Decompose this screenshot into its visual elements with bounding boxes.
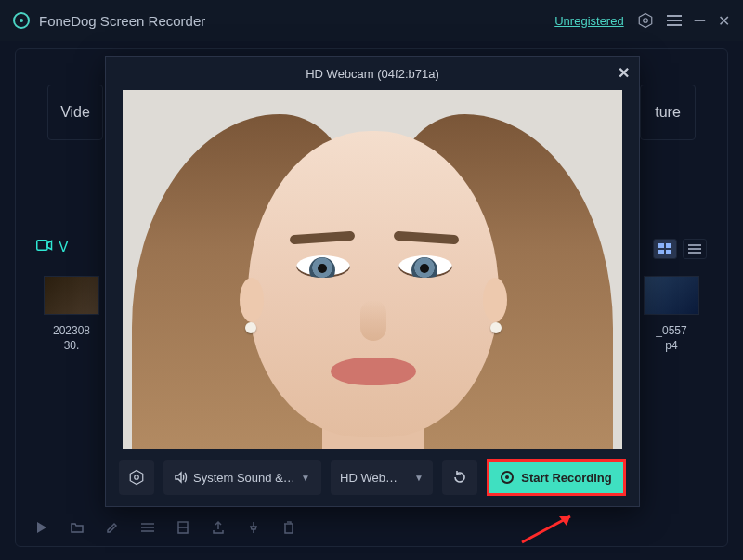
- convert-icon[interactable]: [176, 520, 190, 535]
- mode-chip-label: ture: [655, 104, 681, 121]
- title-right: Unregistered ─ ✕: [554, 12, 730, 30]
- menu-icon[interactable]: [667, 15, 682, 26]
- svg-marker-10: [37, 522, 46, 533]
- refresh-icon: [452, 470, 467, 485]
- app-title: FoneDog Screen Recorder: [39, 13, 205, 29]
- sliders-icon[interactable]: [140, 520, 155, 535]
- edit-icon[interactable]: [105, 520, 120, 535]
- svg-rect-6: [666, 250, 671, 254]
- minimize-icon[interactable]: ─: [695, 12, 705, 29]
- unregistered-link[interactable]: Unregistered: [554, 14, 623, 28]
- bottom-toolbar: [16, 509, 315, 546]
- modal-controls: System Sound &… ▼ HD Web… ▼ Start Record…: [106, 449, 639, 506]
- play-icon[interactable]: [34, 520, 49, 535]
- close-window-icon[interactable]: ✕: [718, 12, 730, 30]
- svg-point-1: [643, 19, 647, 23]
- reset-button[interactable]: [442, 460, 477, 495]
- trash-icon[interactable]: [281, 520, 296, 535]
- svg-marker-0: [639, 14, 652, 28]
- chevron-down-icon: ▼: [414, 473, 424, 483]
- app-logo-icon: [13, 12, 30, 29]
- modal-header: HD Webcam (04f2:b71a) ✕: [106, 57, 639, 90]
- recording-label: _0557 p4: [634, 324, 709, 353]
- tab-video-label[interactable]: V: [59, 239, 69, 255]
- svg-rect-4: [666, 243, 671, 248]
- svg-marker-16: [130, 471, 143, 485]
- start-recording-button[interactable]: Start Recording: [487, 459, 626, 496]
- start-recording-label: Start Recording: [521, 471, 612, 485]
- webcam-modal: HD Webcam (04f2:b71a) ✕: [105, 56, 640, 507]
- gear-icon: [128, 469, 145, 486]
- camera-source-dropdown[interactable]: HD Web… ▼: [331, 460, 433, 495]
- mode-chip-label: Vide: [60, 104, 90, 121]
- view-switch: [653, 239, 707, 259]
- close-icon[interactable]: ✕: [618, 64, 630, 82]
- list-view-icon[interactable]: [683, 239, 707, 259]
- camera-source-label: HD Web…: [340, 471, 398, 485]
- record-icon: [501, 471, 514, 484]
- title-left: FoneDog Screen Recorder: [13, 12, 205, 29]
- settings-hex-icon[interactable]: [637, 12, 654, 29]
- folder-icon[interactable]: [70, 520, 85, 535]
- speaker-icon: [175, 471, 188, 484]
- mode-chip-left[interactable]: Vide: [47, 85, 103, 140]
- pin-icon[interactable]: [246, 520, 261, 535]
- webcam-preview: [123, 90, 622, 449]
- recording-thumb[interactable]: [44, 276, 99, 315]
- recording-label: 202308 30.: [34, 324, 109, 353]
- modal-settings-button[interactable]: [119, 460, 154, 495]
- webcam-face-render: [123, 114, 622, 449]
- audio-source-dropdown[interactable]: System Sound &… ▼: [163, 460, 321, 495]
- svg-point-17: [135, 475, 139, 480]
- mode-chip-right[interactable]: ture: [640, 85, 696, 140]
- titlebar: FoneDog Screen Recorder Unregistered ─ ✕: [0, 0, 743, 41]
- svg-rect-2: [37, 241, 47, 251]
- chevron-down-icon: ▼: [301, 473, 310, 483]
- share-icon[interactable]: [211, 520, 226, 535]
- grid-view-icon[interactable]: [653, 239, 677, 259]
- svg-rect-3: [658, 243, 664, 248]
- modal-title: HD Webcam (04f2:b71a): [306, 67, 439, 81]
- audio-source-label: System Sound &…: [193, 471, 295, 485]
- tab-video-icon[interactable]: [36, 239, 53, 255]
- recording-thumb[interactable]: [644, 276, 699, 315]
- svg-rect-5: [658, 250, 664, 254]
